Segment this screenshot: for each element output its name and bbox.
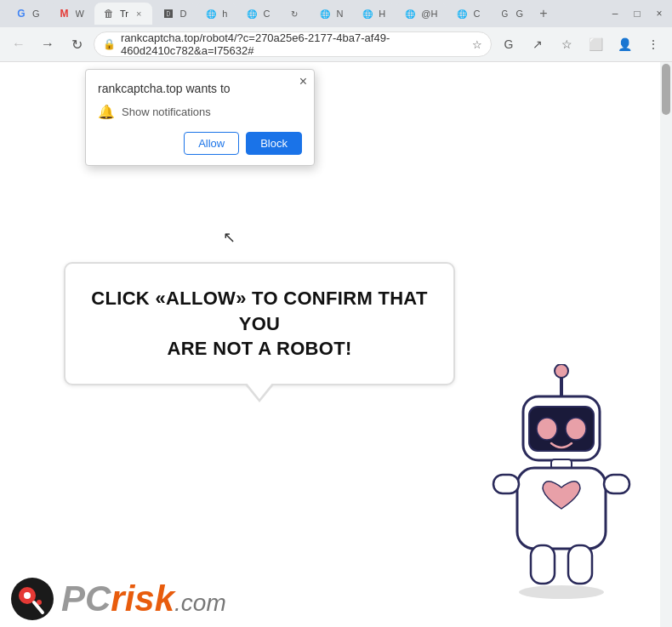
extension-icon[interactable]: ⬜ bbox=[584, 32, 607, 56]
tab-h2-favicon: 🌐 bbox=[362, 8, 373, 20]
pc-text: PC bbox=[61, 579, 111, 618]
svg-point-15 bbox=[24, 592, 31, 599]
tab-n-label: N bbox=[336, 9, 343, 19]
url-text: rankcaptcha.top/robot4/?c=270a25e6-2177-… bbox=[121, 31, 467, 57]
notification-popup: × rankcaptcha.top wants to 🔔 Show notifi… bbox=[85, 69, 315, 166]
browser-right-icons: G ↗ ☆ ⬜ 👤 ⋮ bbox=[497, 32, 665, 56]
tab-h-label: h bbox=[222, 9, 227, 19]
url-bar-icons: ☆ bbox=[472, 38, 482, 51]
tab-active-close[interactable]: × bbox=[134, 8, 144, 20]
scrollbar-thumb[interactable] bbox=[662, 64, 670, 115]
tab-h3-label: @H bbox=[421, 9, 437, 19]
robot-svg bbox=[476, 364, 646, 611]
tab-n[interactable]: 🌐 N bbox=[310, 3, 351, 25]
reload-button[interactable]: ↻ bbox=[65, 32, 88, 56]
tab-d-favicon: 🅳 bbox=[162, 8, 174, 20]
profile-icon[interactable]: 👤 bbox=[612, 32, 636, 56]
main-message-line2: ARE NOT A ROBOT! bbox=[91, 336, 428, 362]
svg-rect-9 bbox=[604, 475, 629, 493]
bell-icon: 🔔 bbox=[98, 104, 115, 120]
tab-g2-label: G bbox=[515, 9, 523, 19]
tab-n-favicon: 🌐 bbox=[319, 8, 331, 20]
back-button[interactable]: ← bbox=[7, 32, 31, 56]
main-message-line1: CLICK «ALLOW» TO CONFIRM THAT YOU bbox=[91, 286, 428, 336]
watermark: PCrisk.com bbox=[0, 570, 236, 627]
main-message-container: CLICK «ALLOW» TO CONFIRM THAT YOU ARE NO… bbox=[64, 262, 455, 385]
svg-rect-11 bbox=[568, 545, 592, 584]
tab-mw[interactable]: M W bbox=[50, 3, 93, 25]
page-content: × rankcaptcha.top wants to 🔔 Show notifi… bbox=[0, 62, 672, 627]
tab-active-label: Tr bbox=[120, 9, 128, 19]
close-button[interactable]: × bbox=[653, 8, 665, 20]
tab-c2-label: C bbox=[473, 9, 480, 19]
tab-g-favicon: G bbox=[15, 8, 27, 20]
new-tab-button[interactable]: + bbox=[533, 3, 554, 24]
tab-active-favicon: 🗑 bbox=[103, 8, 115, 20]
popup-buttons: Allow Block bbox=[98, 132, 302, 155]
lock-icon: 🔒 bbox=[103, 38, 116, 50]
tab-h3[interactable]: 🌐 @H bbox=[396, 3, 446, 25]
allow-button[interactable]: Allow bbox=[184, 132, 239, 155]
popup-notification-row: 🔔 Show notifications bbox=[98, 104, 302, 120]
star-icon[interactable]: ☆ bbox=[472, 38, 482, 51]
svg-point-12 bbox=[519, 585, 604, 599]
tab-d-label: D bbox=[179, 9, 186, 19]
tab-c-favicon: 🌐 bbox=[246, 8, 258, 20]
tab-arrow-favicon: ↻ bbox=[288, 8, 300, 20]
tab-c[interactable]: 🌐 C bbox=[237, 3, 278, 25]
svg-point-1 bbox=[555, 364, 568, 378]
tab-c2-favicon: 🌐 bbox=[456, 8, 468, 20]
popup-close-button[interactable]: × bbox=[299, 75, 307, 88]
maximize-button[interactable]: □ bbox=[631, 8, 643, 20]
tab-h3-favicon: 🌐 bbox=[404, 8, 416, 20]
tab-g2-favicon: G bbox=[498, 8, 510, 20]
tab-c-label: C bbox=[263, 9, 270, 19]
risk-text: risk bbox=[111, 579, 174, 618]
tab-h2-label: H bbox=[379, 9, 385, 19]
pcrisk-logo-icon bbox=[10, 577, 54, 621]
google-account-icon[interactable]: G bbox=[497, 32, 521, 56]
robot-character bbox=[476, 364, 646, 602]
tab-h-favicon: 🌐 bbox=[205, 8, 217, 20]
title-bar-right: – □ × bbox=[609, 8, 665, 20]
menu-icon[interactable]: ⋮ bbox=[641, 32, 665, 56]
svg-rect-8 bbox=[493, 475, 519, 493]
svg-point-4 bbox=[537, 418, 557, 440]
block-button[interactable]: Block bbox=[246, 132, 302, 155]
share-icon[interactable]: ↗ bbox=[526, 32, 550, 56]
title-bar-left: G G M W 🗑 Tr × 🅳 D bbox=[7, 3, 554, 25]
mouse-cursor: ↖ bbox=[223, 228, 236, 247]
tab-list: G G M W 🗑 Tr × 🅳 D bbox=[7, 3, 554, 25]
tab-d[interactable]: 🅳 D bbox=[154, 3, 195, 25]
url-bar[interactable]: 🔒 rankcaptcha.top/robot4/?c=270a25e6-217… bbox=[94, 31, 492, 57]
tab-arrow[interactable]: ↻ bbox=[280, 3, 309, 25]
address-bar: ← → ↻ 🔒 rankcaptcha.top/robot4/?c=270a25… bbox=[0, 27, 672, 61]
tab-h[interactable]: 🌐 h bbox=[196, 3, 236, 25]
popup-title: rankcaptcha.top wants to bbox=[98, 82, 302, 95]
main-message: CLICK «ALLOW» TO CONFIRM THAT YOU ARE NO… bbox=[91, 286, 428, 362]
com-text: .com bbox=[174, 590, 226, 616]
svg-rect-10 bbox=[531, 545, 555, 584]
browser-chrome: G G M W 🗑 Tr × 🅳 D bbox=[0, 0, 672, 62]
tab-g-label: G bbox=[32, 9, 40, 19]
tab-g2[interactable]: G G bbox=[490, 3, 532, 25]
tab-c2[interactable]: 🌐 C bbox=[447, 3, 488, 25]
popup-notification-text: Show notifications bbox=[122, 105, 211, 118]
scrollbar[interactable] bbox=[660, 62, 672, 627]
bookmark-icon[interactable]: ☆ bbox=[555, 32, 578, 56]
forward-button[interactable]: → bbox=[36, 32, 60, 56]
svg-point-5 bbox=[566, 418, 586, 440]
speech-bubble: CLICK «ALLOW» TO CONFIRM THAT YOU ARE NO… bbox=[64, 262, 455, 385]
tab-mw-label: W bbox=[76, 9, 84, 19]
tab-g[interactable]: G G bbox=[7, 3, 48, 25]
pcrisk-logo-text: PCrisk.com bbox=[61, 579, 226, 619]
title-bar: G G M W 🗑 Tr × 🅳 D bbox=[0, 0, 672, 27]
tab-active[interactable]: 🗑 Tr × bbox=[94, 3, 152, 25]
tab-mw-favicon: M bbox=[59, 8, 71, 20]
tab-h2[interactable]: 🌐 H bbox=[353, 3, 394, 25]
minimize-button[interactable]: – bbox=[609, 8, 621, 20]
